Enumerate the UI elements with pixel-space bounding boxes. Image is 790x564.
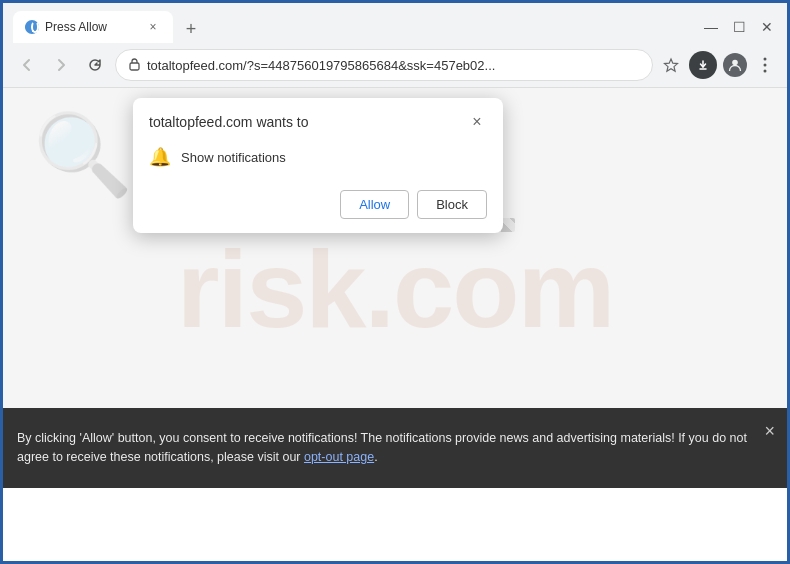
back-button[interactable] [13,51,41,79]
tab-favicon [25,20,39,34]
url-bar[interactable]: totaltopfeed.com/?s=448756019795865684&s… [115,49,653,81]
popup-permission-row: 🔔 Show notifications [133,140,503,182]
maximize-button[interactable]: ☐ [729,17,749,37]
watermark-text: risk.com [177,225,613,352]
minimize-button[interactable]: — [701,17,721,37]
bottom-bar-text: By clicking 'Allow' button, you consent … [17,429,747,467]
title-bar: Press Allow × + — ☐ ✕ [3,3,787,43]
browser-chrome: Press Allow × + — ☐ ✕ [3,3,787,88]
refresh-button[interactable] [81,51,109,79]
bell-icon: 🔔 [149,146,171,168]
popup-close-button[interactable]: × [467,112,487,132]
tab-title: Press Allow [45,20,139,34]
popup-buttons: Allow Block [133,182,503,233]
page-content: 🔍 risk.com totaltopfeed.com wants to × 🔔… [3,88,787,488]
download-button[interactable] [689,51,717,79]
svg-rect-4 [130,63,139,70]
window-controls: — ☐ ✕ [701,17,777,37]
svg-point-12 [764,70,767,73]
profile-button[interactable] [723,53,747,77]
bottom-bar-period: . [374,450,377,464]
tab-close-button[interactable]: × [145,19,161,35]
popup-header: totaltopfeed.com wants to × [133,98,503,140]
allow-button[interactable]: Allow [340,190,409,219]
bottom-bar: By clicking 'Allow' button, you consent … [3,408,787,488]
address-bar: totaltopfeed.com/?s=448756019795865684&s… [3,43,787,87]
bottom-bar-close-button[interactable]: × [764,418,775,445]
active-tab[interactable]: Press Allow × [13,11,173,43]
tab-strip: Press Allow × + [13,11,701,43]
svg-point-11 [764,64,767,67]
new-tab-button[interactable]: + [177,15,205,43]
bookmark-icon[interactable] [659,53,683,77]
watermark-icon: 🔍 [33,108,133,202]
forward-button[interactable] [47,51,75,79]
block-button[interactable]: Block [417,190,487,219]
popup-title: totaltopfeed.com wants to [149,114,309,130]
permission-label: Show notifications [181,150,286,165]
close-window-button[interactable]: ✕ [757,17,777,37]
lock-icon [128,57,141,74]
svg-point-10 [764,58,767,61]
svg-point-9 [732,60,738,66]
menu-button[interactable] [753,53,777,77]
svg-marker-5 [665,59,678,71]
notification-popup: totaltopfeed.com wants to × 🔔 Show notif… [133,98,503,233]
opt-out-link[interactable]: opt-out page [304,450,374,464]
url-text: totaltopfeed.com/?s=448756019795865684&s… [147,58,640,73]
bottom-bar-main-text: By clicking 'Allow' button, you consent … [17,431,747,464]
